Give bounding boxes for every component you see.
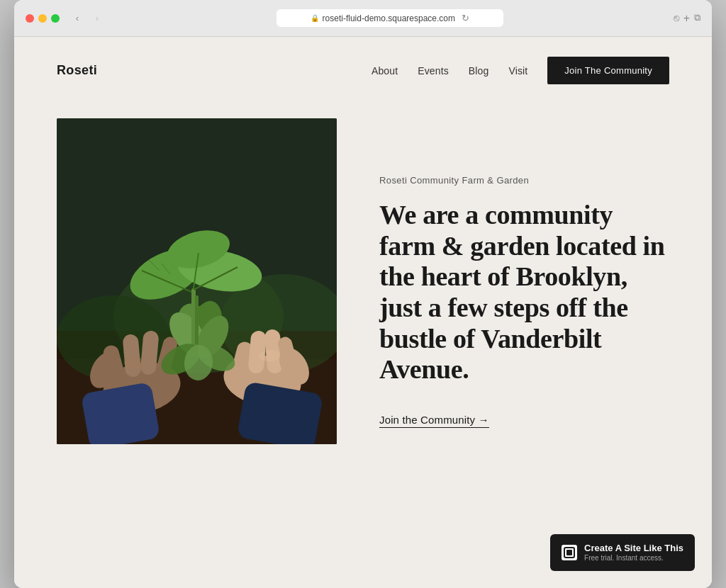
squarespace-logo-icon <box>562 545 577 560</box>
minimize-button[interactable] <box>38 14 47 23</box>
section-subtitle: Roseti Community Farm & Garden <box>379 175 669 186</box>
squarespace-badge-text: Create A Site Like This Free trial. Inst… <box>584 543 683 562</box>
svg-rect-40 <box>566 550 572 555</box>
nav-link-visit[interactable]: Visit <box>508 65 527 77</box>
share-icon[interactable]: ⎋ <box>674 12 679 25</box>
traffic-lights <box>26 14 60 23</box>
window-icon[interactable]: ⧉ <box>694 12 700 25</box>
forward-button[interactable]: › <box>88 11 106 26</box>
nav-link-blog[interactable]: Blog <box>469 65 489 77</box>
svg-point-37 <box>124 357 145 368</box>
hero-headline: We are a community farm & garden located… <box>379 200 669 385</box>
main-content: Roseti Community Farm & Garden We are a … <box>14 104 712 487</box>
browser-chrome: ‹ › 🔒 roseti-fluid-demo.squarespace.com … <box>14 0 712 37</box>
svg-point-38 <box>259 350 280 361</box>
hero-image <box>57 118 337 444</box>
url-bar[interactable]: 🔒 roseti-fluid-demo.squarespace.com ↻ <box>277 9 503 27</box>
nav-link-events[interactable]: Events <box>418 65 449 77</box>
lock-icon: 🔒 <box>311 14 319 22</box>
url-text: roseti-fluid-demo.squarespace.com <box>323 13 455 23</box>
browser-actions: ⎋ + ⧉ <box>674 12 700 25</box>
site-logo[interactable]: Roseti <box>57 63 97 78</box>
reload-icon[interactable]: ↻ <box>462 13 469 23</box>
badge-main-text: Create A Site Like This <box>584 543 683 554</box>
back-button[interactable]: ‹ <box>68 11 86 26</box>
hero-image-svg <box>57 118 337 444</box>
svg-rect-23 <box>195 295 199 345</box>
join-community-link[interactable]: Join the Community → <box>379 414 489 428</box>
nav-links: About Events Blog Visit Join The Communi… <box>372 57 669 84</box>
nav-link-about[interactable]: About <box>372 65 398 77</box>
squarespace-badge[interactable]: Create A Site Like This Free trial. Inst… <box>550 534 695 571</box>
badge-sub-text: Free trial. Instant access. <box>584 554 683 562</box>
navbar: Roseti About Events Blog Visit Join The … <box>14 37 712 104</box>
page-content: Roseti About Events Blog Visit Join The … <box>14 37 712 588</box>
text-section: Roseti Community Farm & Garden We are a … <box>379 118 669 426</box>
nav-history: ‹ › <box>68 11 106 26</box>
browser-window: ‹ › 🔒 roseti-fluid-demo.squarespace.com … <box>14 0 712 588</box>
new-tab-icon[interactable]: + <box>683 12 690 25</box>
maximize-button[interactable] <box>51 14 60 23</box>
join-community-button[interactable]: Join The Community <box>547 57 669 84</box>
close-button[interactable] <box>26 14 34 23</box>
